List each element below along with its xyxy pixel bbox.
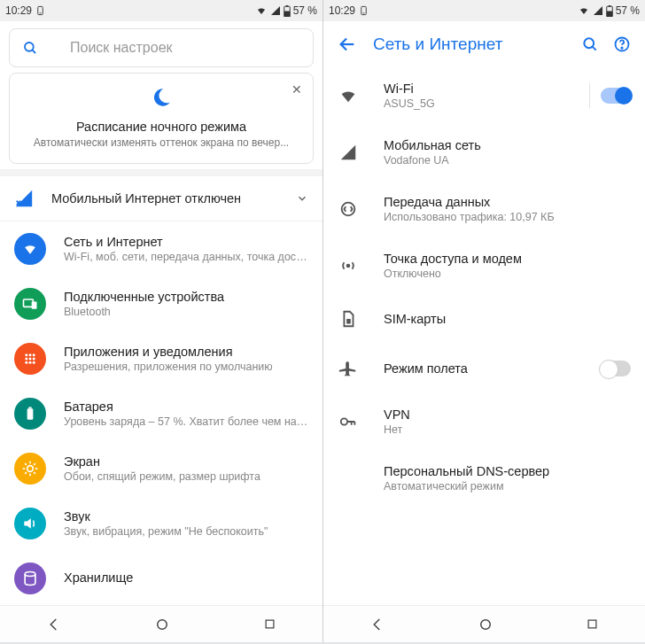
battery-text: 57 % [616,4,640,17]
wifi-status-icon [255,5,268,16]
battery-icon [14,398,46,430]
night-mode-subtitle: Автоматически изменять оттенок экрана по… [22,136,300,149]
settings-item-devices[interactable]: Подключенные устройстваBluetooth [0,276,322,331]
svg-line-27 [25,463,27,465]
item-subtitle: Автоматический режим [384,480,631,493]
item-subtitle: Bluetooth [64,306,308,318]
svg-rect-49 [588,620,596,628]
clock: 10:29 [329,4,355,17]
toggle-switch[interactable] [601,361,631,376]
svg-rect-38 [606,11,612,17]
settings-list: Сеть и ИнтернетWi-Fi, моб. сети, передач… [0,221,322,605]
item-title: Хранилище [64,570,308,585]
svg-rect-3 [285,5,288,6]
nav-recent-icon[interactable] [586,617,599,631]
nav-back-icon[interactable] [46,617,62,632]
svg-rect-33 [266,620,274,628]
item-title: VPN [384,407,631,422]
chevron-down-icon [296,192,308,205]
item-subtitle: Использовано трафика: 10,97 КБ [384,211,631,223]
svg-rect-10 [32,302,37,309]
svg-rect-20 [27,408,34,420]
phone-icon [35,4,45,17]
svg-point-31 [25,572,35,577]
network-content: Сеть и Интернет Wi-FiASUS_5GМобильная се… [323,21,645,605]
svg-point-48 [481,619,491,629]
network-item-hotspot[interactable]: Точка доступа и модемОтключено [323,237,645,294]
item-title: Экран [64,454,308,469]
item-title: SIM-карты [384,312,631,326]
network-item-sim[interactable]: SIM-карты [323,294,645,344]
settings-item-storage[interactable]: Хранилище [0,551,322,605]
item-subtitle: Нет [384,423,631,436]
svg-point-18 [29,361,32,364]
settings-item-battery[interactable]: БатареяУровень заряда – 57 %. Хватит бол… [0,386,322,441]
network-item-dns[interactable]: Персональный DNS-серверАвтоматический ре… [323,450,645,507]
item-title: Приложения и уведомления [64,345,308,359]
svg-line-28 [34,472,35,474]
search-placeholder: Поиск настроек [70,40,173,56]
sim-icon [338,308,359,330]
signal-status-icon [593,5,603,16]
network-item-wifi[interactable]: Wi-FiASUS_5G [323,67,645,124]
item-title: Персональный DNS-сервер [384,464,631,478]
item-title: Сеть и Интернет [64,235,308,249]
network-item-vpn[interactable]: VPNНет [323,393,645,450]
network-item-airplane[interactable]: Режим полета [323,344,645,393]
item-title: Мобильная сеть [384,138,631,152]
clock: 10:29 [5,4,32,17]
network-item-data[interactable]: Передача данныхИспользовано трафика: 10,… [323,181,645,237]
settings-item-apps[interactable]: Приложения и уведомленияРазрешения, прил… [0,331,322,386]
svg-point-14 [25,358,27,361]
settings-item-brightness[interactable]: ЭкранОбои, спящий режим, размер шрифта [0,441,322,496]
network-item-signal[interactable]: Мобильная сетьVodafone UA [323,124,645,181]
nav-back-icon[interactable] [369,617,385,632]
moon-icon [22,86,300,114]
item-subtitle: Звук, вибрация, режим "Не беспокоить" [64,525,308,538]
svg-rect-4 [284,11,290,17]
svg-point-19 [33,361,35,364]
help-button[interactable] [608,30,636,58]
wifi-status-icon [578,5,590,16]
right-screen: 10:29 57 % Сеть и Интернет Wi-FiASUS_5G [322,0,645,642]
nav-bar [323,605,645,642]
search-icon [22,40,38,56]
item-subtitle: Уровень заряда – 57 %. Хватит более чем … [64,415,308,428]
settings-item-wifi[interactable]: Сеть и ИнтернетWi-Fi, моб. сети, передач… [0,221,322,276]
left-screen: 10:29 57 % Поиск настроек ✕ [0,0,322,642]
battery-status-icon [284,5,291,17]
airplane-icon [338,358,359,379]
night-mode-card[interactable]: ✕ Расписание ночного режима Автоматическ… [9,73,314,164]
svg-line-41 [593,47,596,50]
app-bar: Сеть и Интернет [323,21,645,67]
settings-item-volume[interactable]: ЗвукЗвук, вибрация, режим "Не беспокоить… [0,496,322,551]
phone-icon [359,4,369,17]
item-title: Передача данных [384,195,631,209]
item-subtitle: Обои, спящий режим, размер шрифта [64,470,308,483]
svg-line-6 [32,50,35,53]
nav-home-icon[interactable] [154,617,170,632]
item-title: Батарея [64,400,308,414]
nav-recent-icon[interactable] [263,617,276,631]
search-button[interactable] [576,30,604,58]
night-mode-title: Расписание ночного режима [22,120,300,134]
item-subtitle: Разрешения, приложения по умолчанию [64,361,308,373]
search-settings-field[interactable]: Поиск настроек [9,28,314,67]
item-subtitle: Wi-Fi, моб. сети, передача данных, точка… [64,251,308,263]
status-bar: 10:29 57 % [323,0,645,21]
svg-point-15 [29,358,32,361]
svg-point-11 [25,353,27,356]
page-title: Сеть и Интернет [373,35,572,54]
svg-point-43 [621,48,622,49]
divider [0,169,322,176]
brightness-icon [14,453,46,485]
close-icon[interactable]: ✕ [291,82,302,97]
toggle-switch[interactable] [601,88,631,104]
svg-point-5 [25,43,34,51]
mobile-data-disabled-row[interactable]: Мобильный Интернет отключен [0,176,322,221]
svg-point-40 [584,38,594,48]
svg-point-32 [158,619,167,629]
item-title: Подключенные устройства [64,290,308,304]
nav-home-icon[interactable] [478,617,493,632]
back-button[interactable] [332,29,362,59]
